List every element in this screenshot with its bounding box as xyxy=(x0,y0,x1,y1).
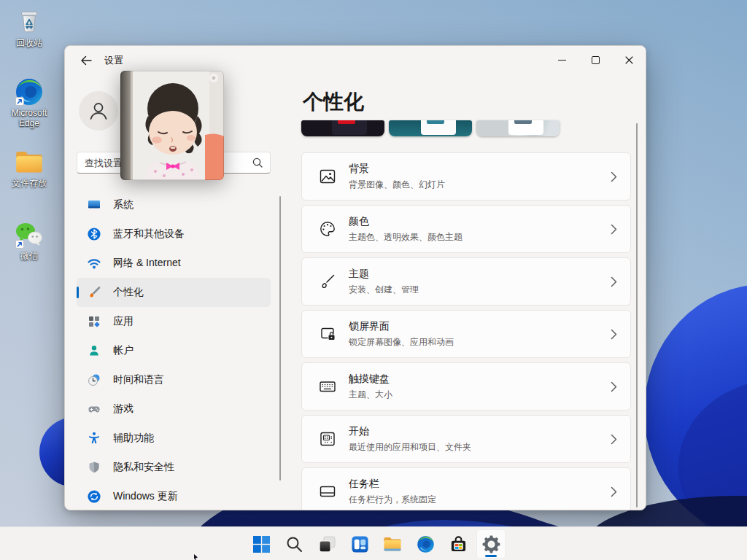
chevron-right-icon xyxy=(611,329,617,340)
active-app-indicator xyxy=(485,555,497,557)
page-title: 个性化 xyxy=(303,88,364,116)
edge-icon xyxy=(15,77,44,106)
desktop-icon-wechat[interactable]: 微信 xyxy=(3,220,55,261)
accounts-icon xyxy=(87,343,101,358)
sidebar-item-bluetooth[interactable]: 蓝牙和其他设备 xyxy=(77,219,271,249)
file-explorer-button[interactable] xyxy=(378,529,407,559)
card-themes[interactable]: 主题 安装、创建、管理 xyxy=(301,257,631,306)
close-icon xyxy=(625,56,633,64)
apps-icon xyxy=(87,314,101,329)
maximize-button[interactable] xyxy=(578,46,612,74)
sidebar-scrollbar[interactable] xyxy=(279,196,281,481)
maximize-icon xyxy=(592,56,600,64)
microsoft-store-button[interactable] xyxy=(444,529,473,559)
taskbar-search-button[interactable] xyxy=(279,529,309,559)
selected-indicator xyxy=(77,287,79,298)
time-language-icon xyxy=(87,373,101,387)
card-background[interactable]: 背景 背景图像、颜色、幻灯片 xyxy=(301,152,631,201)
folder-icon xyxy=(15,147,44,176)
baby-photo-sticker[interactable] xyxy=(120,71,224,180)
accessibility-icon xyxy=(87,431,101,446)
desktop-icon-recycle-bin[interactable]: 回收站 xyxy=(3,7,55,48)
sidebar-item-label: 蓝牙和其他设备 xyxy=(113,228,185,241)
microsoft-store-icon xyxy=(449,535,468,553)
widgets-button[interactable] xyxy=(345,529,374,559)
back-button[interactable] xyxy=(75,52,97,69)
desktop-icon-edge[interactable]: Microsoft Edge xyxy=(3,77,55,128)
caption-buttons xyxy=(545,46,646,74)
desktop-icon-folder[interactable]: 文件存放 xyxy=(3,147,55,188)
window-titlebar[interactable]: 设置 xyxy=(65,46,646,74)
theme-accent xyxy=(514,120,532,124)
sidebar-item-accounts[interactable]: 帐户 xyxy=(77,336,271,365)
settings-card-list: 背景 背景图像、颜色、幻灯片 颜色 主题色、透明效果、颜色主题 xyxy=(301,152,631,510)
sidebar-item-system[interactable]: 系统 xyxy=(77,190,271,219)
gaming-icon xyxy=(87,402,101,416)
person-icon xyxy=(87,99,110,122)
card-title: 锁屏界面 xyxy=(349,320,611,333)
network-icon xyxy=(87,256,101,271)
card-subtitle: 主题、大小 xyxy=(349,389,611,401)
card-subtitle: 锁定屏幕图像、应用和动画 xyxy=(349,336,611,349)
theme-accent xyxy=(338,120,355,124)
content-scrollbar[interactable] xyxy=(636,123,638,508)
search-icon[interactable] xyxy=(252,158,263,168)
settings-gear-icon xyxy=(481,534,501,554)
taskbar-icon xyxy=(318,482,337,501)
sidebar-item-windows-update[interactable]: Windows 更新 xyxy=(77,482,271,510)
themes-icon xyxy=(318,272,337,291)
sidebar-item-label: 游戏 xyxy=(113,402,133,416)
sidebar-item-label: Windows 更新 xyxy=(113,490,178,503)
background-icon xyxy=(318,167,337,186)
sidebar-item-label: 个性化 xyxy=(113,286,144,299)
light-theme-preview[interactable] xyxy=(476,120,560,136)
sidebar-item-network[interactable]: 网络 & Internet xyxy=(77,249,271,278)
search-icon xyxy=(285,535,303,553)
settings-button[interactable] xyxy=(476,529,506,559)
close-button[interactable] xyxy=(612,46,646,74)
card-subtitle: 任务栏行为，系统固定 xyxy=(349,494,611,506)
card-touch-keyboard[interactable]: 触摸键盘 主题、大小 xyxy=(301,362,631,411)
teal-theme-preview[interactable] xyxy=(389,120,472,136)
card-subtitle: 最近使用的应用和项目、文件夹 xyxy=(349,441,611,454)
taskbar xyxy=(0,526,747,560)
task-view-button[interactable] xyxy=(312,529,341,559)
card-title: 任务栏 xyxy=(349,478,611,491)
card-lock-screen[interactable]: 锁屏界面 锁定屏幕图像、应用和动画 xyxy=(301,310,631,358)
minimize-icon xyxy=(558,60,566,61)
dark-theme-preview[interactable] xyxy=(301,120,384,136)
chevron-right-icon xyxy=(611,434,617,445)
minimize-button[interactable] xyxy=(545,46,578,74)
bluetooth-icon xyxy=(87,227,101,241)
sidebar-item-time-language[interactable]: 时间和语言 xyxy=(77,365,271,394)
card-taskbar[interactable]: 任务栏 任务栏行为，系统固定 xyxy=(301,467,631,510)
back-arrow-icon xyxy=(80,55,92,66)
user-avatar[interactable] xyxy=(79,91,118,131)
chevron-right-icon xyxy=(611,486,617,497)
taskbar-icon-group xyxy=(247,529,506,559)
windows-update-icon xyxy=(87,489,101,504)
sidebar-item-personalization[interactable]: 个性化 xyxy=(77,278,271,307)
chevron-right-icon xyxy=(611,276,617,287)
shortcut-arrow-icon xyxy=(15,97,24,106)
card-title: 颜色 xyxy=(349,215,611,228)
sidebar-item-apps[interactable]: 应用 xyxy=(77,307,271,336)
sidebar-item-accessibility[interactable]: 辅助功能 xyxy=(77,424,271,453)
file-explorer-icon xyxy=(383,535,402,553)
sidebar-item-privacy[interactable]: 隐私和安全性 xyxy=(77,453,271,482)
recycle-bin-icon xyxy=(15,7,44,36)
sidebar-item-label: 网络 & Internet xyxy=(113,257,181,270)
card-title: 触摸键盘 xyxy=(349,373,611,386)
start-button[interactable] xyxy=(247,529,276,559)
card-start[interactable]: 开始 最近使用的应用和项目、文件夹 xyxy=(301,415,631,463)
desktop-icon-label: Microsoft Edge xyxy=(3,108,55,128)
card-colors[interactable]: 颜色 主题色、透明效果、颜色主题 xyxy=(301,205,631,253)
sidebar-item-gaming[interactable]: 游戏 xyxy=(77,394,271,424)
sidebar-item-label: 系统 xyxy=(113,198,133,211)
lock-screen-icon xyxy=(318,324,337,343)
system-icon xyxy=(87,198,101,212)
edge-button[interactable] xyxy=(411,529,440,559)
chevron-right-icon xyxy=(611,171,617,182)
sidebar-item-label: 辅助功能 xyxy=(113,432,154,445)
desktop: { "desktop": { "icons": [ {"label": "回收站… xyxy=(0,0,747,560)
